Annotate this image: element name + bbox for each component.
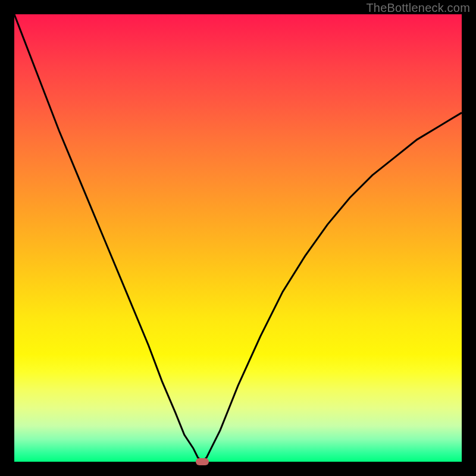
curve-layer bbox=[14, 14, 462, 462]
bottleneck-curve-path bbox=[14, 14, 462, 462]
watermark-text: TheBottleneck.com bbox=[366, 1, 470, 15]
minimum-marker bbox=[196, 458, 209, 465]
chart-frame: TheBottleneck.com bbox=[0, 0, 476, 476]
plot-area bbox=[14, 14, 462, 462]
